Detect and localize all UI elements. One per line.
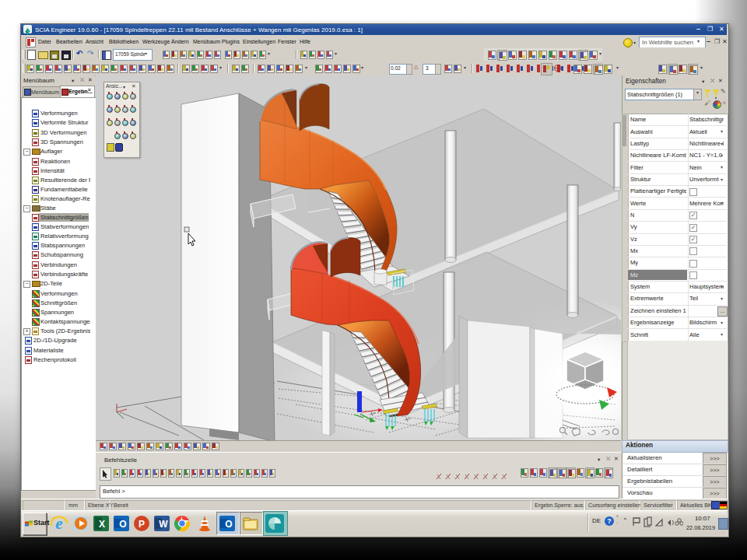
svg-text:W: W	[159, 519, 168, 530]
svg-text:O: O	[119, 519, 126, 530]
svg-text:P: P	[139, 519, 145, 530]
svg-text:O: O	[225, 519, 232, 530]
svg-text:X: X	[99, 519, 105, 530]
